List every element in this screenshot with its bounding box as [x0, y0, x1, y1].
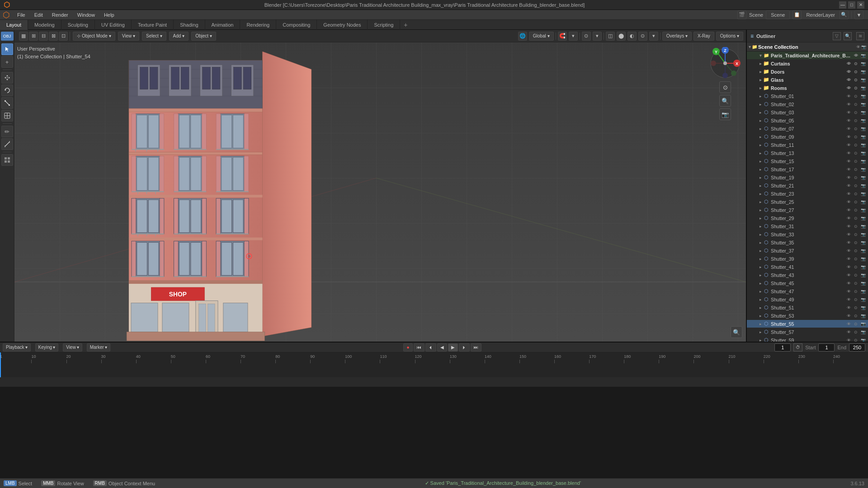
- item-render-icon[interactable]: 📷: [860, 280, 866, 286]
- outliner-item-shutter-45[interactable]: ▸ ⬡ Shutter_45 👁 ⊙ 📷: [747, 279, 868, 287]
- proportional-options[interactable]: ▾: [593, 32, 602, 41]
- item-visibility-icon[interactable]: 👁: [845, 183, 852, 189]
- menu-window[interactable]: Window: [73, 10, 99, 20]
- item-render-icon[interactable]: 📷: [860, 223, 866, 230]
- item-select-icon[interactable]: ⊙: [853, 166, 859, 173]
- outliner-item-doors[interactable]: ▸ 📁 Doors 👁 ⊙ 📷: [747, 68, 868, 76]
- item-expand-icon[interactable]: ▸: [758, 232, 763, 237]
- item-render-icon[interactable]: 📷: [860, 199, 866, 205]
- item-render-icon[interactable]: 📷: [860, 248, 866, 254]
- tab-layout[interactable]: Layout: [0, 20, 28, 30]
- menu-file[interactable]: File: [13, 10, 30, 20]
- item-expand-icon[interactable]: ▸: [758, 281, 763, 286]
- overlay-button[interactable]: Overlays ▾: [662, 32, 692, 41]
- item-expand-icon[interactable]: ▸: [758, 329, 763, 335]
- item-select-icon[interactable]: ⊙: [853, 77, 859, 83]
- item-expand-icon[interactable]: ▸: [758, 94, 763, 99]
- tab-sculpting[interactable]: Sculpting: [61, 20, 95, 30]
- item-select-icon[interactable]: ⊙: [853, 109, 859, 116]
- keying-menu-button[interactable]: Keying ▾: [35, 343, 59, 352]
- item-visibility-icon[interactable]: 👁: [845, 191, 852, 197]
- item-render-icon[interactable]: 📷: [860, 117, 866, 124]
- outliner-item-shutter-21[interactable]: ▸ ⬡ Shutter_21 👁 ⊙ 📷: [747, 182, 868, 190]
- search-scenes-icon[interactable]: 🔍: [840, 10, 849, 19]
- tab-rendering[interactable]: Rendering: [240, 20, 276, 30]
- item-render-icon[interactable]: 📷: [860, 93, 866, 99]
- item-render-icon[interactable]: 📷: [860, 85, 866, 91]
- item-select-icon[interactable]: ⊙: [853, 183, 859, 189]
- item-visibility-icon[interactable]: 👁: [845, 158, 852, 164]
- tab-compositing[interactable]: Compositing: [276, 20, 317, 30]
- tab-scripting[interactable]: Scripting: [368, 20, 400, 30]
- outliner-item-shutter-02[interactable]: ▸ ⬡ Shutter_02 👁 ⊙ 📷: [747, 100, 868, 108]
- item-select-icon[interactable]: ⊙: [853, 117, 859, 124]
- item-render-icon[interactable]: 📷: [860, 61, 866, 67]
- item-expand-icon[interactable]: ▸: [758, 272, 763, 278]
- outliner-item-shutter-25[interactable]: ▸ ⬡ Shutter_25 👁 ⊙ 📷: [747, 198, 868, 206]
- outliner-item-shutter-07[interactable]: ▸ ⬡ Shutter_07 👁 ⊙ 📷: [747, 125, 868, 133]
- timeline-view-menu-button[interactable]: View ▾: [63, 343, 82, 352]
- item-select-icon[interactable]: ⊙: [853, 280, 859, 286]
- item-visibility-icon[interactable]: 👁: [845, 321, 852, 327]
- outliner-item-shutter-05[interactable]: ▸ ⬡ Shutter_05 👁 ⊙ 📷: [747, 117, 868, 125]
- select-tool-button[interactable]: [1, 43, 13, 55]
- item-visibility-icon[interactable]: 👁: [845, 288, 852, 295]
- item-render-icon[interactable]: 📷: [860, 288, 866, 295]
- item-visibility-icon[interactable]: 👁: [845, 199, 852, 205]
- item-visibility-icon[interactable]: 👁: [845, 101, 852, 108]
- collection-eye-icon[interactable]: 👁: [856, 45, 860, 49]
- item-expand-icon[interactable]: ▸: [758, 85, 763, 91]
- item-visibility-icon[interactable]: 👁: [845, 329, 852, 335]
- outliner-search-icon[interactable]: 🔍: [844, 32, 852, 40]
- item-expand-icon[interactable]: ▸: [758, 240, 763, 245]
- outliner-item-shutter-53[interactable]: ▸ ⬡ Shutter_53 👁 ⊙ 📷: [747, 312, 868, 320]
- marker-menu-button[interactable]: Marker ▾: [87, 343, 110, 352]
- item-expand-icon[interactable]: ▸: [758, 264, 763, 270]
- step-back-button[interactable]: ⏴: [425, 343, 436, 352]
- timeline-playhead[interactable]: [0, 352, 1, 377]
- blender-menu-logo[interactable]: ⬡: [3, 10, 10, 20]
- item-select-icon[interactable]: ⊙: [853, 321, 859, 327]
- zoom-in-button[interactable]: 🔍: [719, 95, 731, 107]
- item-visibility-icon[interactable]: 👁: [845, 248, 852, 254]
- item-render-icon[interactable]: 📷: [860, 296, 866, 303]
- close-button[interactable]: ✕: [857, 1, 864, 9]
- item-render-icon[interactable]: 📷: [860, 313, 866, 319]
- item-visibility-icon[interactable]: 👁: [845, 150, 852, 156]
- outliner-item-shutter-09[interactable]: ▸ ⬡ Shutter_09 👁 ⊙ 📷: [747, 133, 868, 141]
- tab-texture-paint[interactable]: Texture Paint: [132, 20, 174, 30]
- item-select-icon[interactable]: ⊙: [853, 150, 859, 156]
- item-visibility-icon[interactable]: 👁: [845, 134, 852, 140]
- item-render-icon[interactable]: 📷: [860, 256, 866, 262]
- play-back-button[interactable]: ◀: [437, 343, 447, 352]
- item-render-icon[interactable]: 📷: [860, 183, 866, 189]
- tab-shading[interactable]: Shading: [174, 20, 205, 30]
- rotate-tool-button[interactable]: [1, 84, 13, 96]
- add-primitive-button[interactable]: [1, 154, 13, 166]
- item-visibility-icon[interactable]: 👁: [845, 85, 852, 91]
- item-select-icon[interactable]: ⊙: [853, 69, 859, 75]
- end-frame-input[interactable]: [849, 343, 865, 352]
- item-visibility-icon[interactable]: 👁: [845, 280, 852, 286]
- item-render-icon[interactable]: 📷: [860, 150, 866, 156]
- menu-help[interactable]: Help: [99, 10, 119, 20]
- item-select-icon[interactable]: ⊙: [853, 305, 859, 311]
- viewport-add-menu[interactable]: Add ▾: [169, 32, 189, 41]
- outliner-item-shutter-51[interactable]: ▸ ⬡ Shutter_51 👁 ⊙ 📷: [747, 304, 868, 312]
- item-visibility-icon[interactable]: 👁: [845, 93, 852, 99]
- item-expand-icon[interactable]: ▸: [758, 216, 763, 221]
- item-visibility-icon[interactable]: 👁: [845, 109, 852, 116]
- menu-render[interactable]: Render: [47, 10, 73, 20]
- shading-options[interactable]: ▾: [649, 32, 658, 41]
- start-frame-input[interactable]: [818, 343, 835, 352]
- item-visibility-icon[interactable]: 👁: [845, 239, 852, 246]
- tab-animation[interactable]: Animation: [205, 20, 241, 30]
- outliner-item-shutter-37[interactable]: ▸ ⬡ Shutter_37 👁 ⊙ 📷: [747, 247, 868, 255]
- measure-tool-button[interactable]: [1, 138, 13, 150]
- snap-icon[interactable]: 🧲: [558, 32, 567, 41]
- outliner-item-shutter-27[interactable]: ▸ ⬡ Shutter_27 👁 ⊙ 📷: [747, 206, 868, 214]
- item-render-icon[interactable]: 📷: [860, 264, 866, 270]
- item-visibility-icon[interactable]: 👁: [845, 61, 852, 67]
- vis-eye-icon[interactable]: 👁: [853, 52, 859, 59]
- record-keyframe-button[interactable]: ●: [403, 343, 412, 352]
